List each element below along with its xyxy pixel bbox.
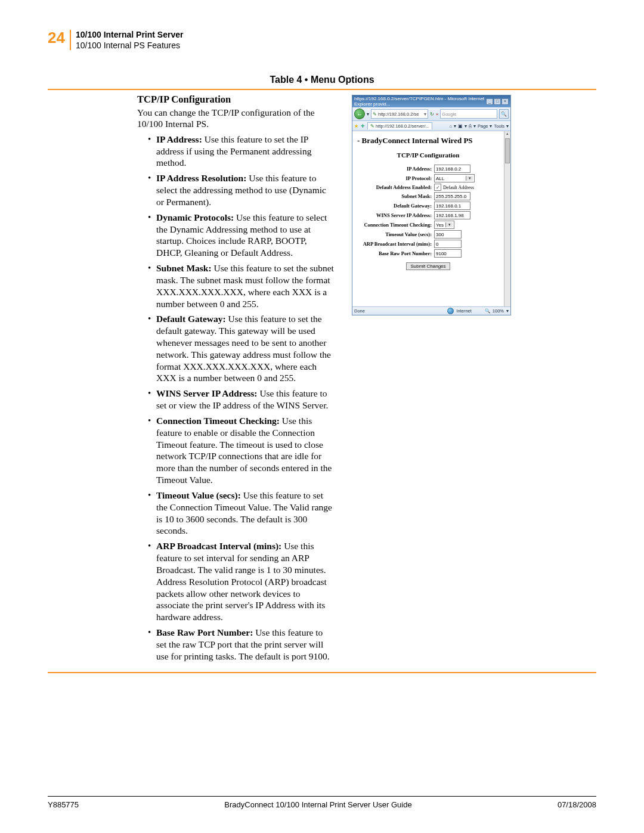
page-header: 24 10/100 Internal Print Server 10/100 I… <box>48 30 596 51</box>
form-row: ARP Broadcast Interval (mins): 0 <box>357 240 499 248</box>
form-row: IP Address: 192.168.0.2 <box>357 165 499 173</box>
form-row: Default Gateway: 192.168.0.1 <box>357 202 499 210</box>
footer-center: BradyConnect 10/100 Internal Print Serve… <box>224 800 411 809</box>
field-label: IP Protocol: <box>357 175 434 181</box>
globe-icon <box>447 308 454 314</box>
select-value: ALL <box>436 176 466 181</box>
form-row: Default Address Enabled: ✓ Default Addre… <box>357 184 499 191</box>
chevron-down-icon[interactable]: ▾ <box>454 123 456 129</box>
tab-tools: ⌂▾ ▣▾ ⎙▾ Page▾ Tools▾ <box>449 123 509 129</box>
form-row: IP Protocol: ALL ▾ <box>357 174 499 182</box>
item-label: Dynamic Protocols: <box>156 212 234 222</box>
scroll-thumb[interactable] <box>505 138 510 163</box>
search-box[interactable]: Google <box>440 109 497 119</box>
field-label: Base Raw Port Number: <box>357 250 434 256</box>
chevron-down-icon: ▾ <box>466 176 473 181</box>
ip-address-input[interactable]: 192.168.0.2 <box>434 165 470 173</box>
default-address-checkbox[interactable]: ✓ <box>434 184 441 191</box>
page-menu[interactable]: Page <box>478 123 488 129</box>
item-text: Use this feature to set the default gate… <box>156 314 331 383</box>
subnet-mask-input[interactable]: 255.255.255.0 <box>434 192 470 200</box>
item-label: IP Address: <box>156 134 202 144</box>
header-divider <box>70 30 71 50</box>
favorites-icon[interactable]: ★ <box>354 123 358 129</box>
stop-icon[interactable]: × <box>436 112 439 117</box>
browser-tab[interactable]: ✎ http://192.168.0.2/server/... <box>367 122 432 129</box>
browser-nav-toolbar: ← ▾ ✎ http://192.168.0.2/se ▾ ↻ × Google… <box>352 107 510 121</box>
list-item: ARP Broadcast Interval (mins): Use this … <box>148 540 334 623</box>
header-text: 10/100 Internal Print Server 10/100 Inte… <box>76 30 184 51</box>
page-footer: Y885775 BradyConnect 10/100 Internal Pri… <box>48 796 596 809</box>
header-subtitle: 10/100 Internal PS Features <box>76 41 184 51</box>
left-column: TCP/IP Configuration You can change the … <box>48 92 334 666</box>
search-placeholder: Google <box>442 112 456 117</box>
default-gateway-input[interactable]: 192.168.0.1 <box>434 202 470 210</box>
print-icon[interactable]: ⎙ <box>469 123 472 129</box>
form-row: Base Raw Port Number: 9100 <box>357 249 499 258</box>
submit-changes-button[interactable]: Submit Changes <box>406 262 450 270</box>
page-icon: ✎ <box>373 112 377 117</box>
content-subheading: TCP/IP Configuration <box>357 151 499 159</box>
form-row: Subnet Mask: 255.255.255.0 <box>357 192 499 200</box>
item-text: Use this feature to set interval for sen… <box>156 541 327 622</box>
section-intro: You can change the TCP/IP configuration … <box>137 107 334 130</box>
footer-right: 07/18/2008 <box>558 800 596 809</box>
browser-title: https://192.168.0.2/server/TCPIPGEN.htm … <box>354 96 486 107</box>
list-item: Subnet Mask: Use this feature to set the… <box>148 262 334 309</box>
browser-titlebar: https://192.168.0.2/server/TCPIPGEN.htm … <box>352 95 510 107</box>
minimize-icon[interactable]: _ <box>486 98 493 105</box>
scrollbar[interactable]: ▴ <box>504 131 510 306</box>
close-icon[interactable]: × <box>501 98 509 105</box>
feed-icon[interactable]: ▣ <box>458 123 463 129</box>
content-wrap: - BradyConnect Internal Wired PS TCP/IP … <box>352 131 510 306</box>
base-port-input[interactable]: 9100 <box>434 249 462 258</box>
search-go-button[interactable]: 🔍 <box>499 109 509 119</box>
field-label: Default Gateway: <box>357 203 434 209</box>
list-item: IP Address Resolution: Use this feature … <box>148 172 334 208</box>
conn-timeout-select[interactable]: Yes ▾ <box>434 221 454 229</box>
timeout-value-input[interactable]: 300 <box>434 230 462 239</box>
item-label: Connection Timeout Checking: <box>156 416 280 426</box>
home-icon[interactable]: ⌂ <box>449 123 452 129</box>
tab-label: http://192.168.0.2/server/... <box>376 123 429 129</box>
tab-icon: ✎ <box>370 123 374 129</box>
ip-protocol-select[interactable]: ALL ▾ <box>434 174 475 182</box>
browser-window: https://192.168.0.2/server/TCPIPGEN.htm … <box>352 95 511 315</box>
field-label: WINS Server IP Address: <box>357 212 434 218</box>
field-label: Timeout Value (secs): <box>357 231 434 237</box>
zoom-label: 🔍 <box>485 308 490 314</box>
back-button[interactable]: ← <box>354 109 365 119</box>
nav-dropdown-icon[interactable]: ▾ <box>367 112 369 117</box>
item-text: Use this feature to enable or disable th… <box>156 416 332 485</box>
tools-menu[interactable]: Tools <box>494 123 504 129</box>
footer-left: Y885775 <box>48 800 79 809</box>
field-label: ARP Broadcast Interval (mins): <box>357 241 434 247</box>
address-bar[interactable]: ✎ http://192.168.0.2/se ▾ <box>371 109 428 119</box>
item-label: WINS Server IP Address: <box>156 388 258 398</box>
field-label: IP Address: <box>357 166 434 172</box>
browser-tab-toolbar: ★ ✚ ✎ http://192.168.0.2/server/... ⌂▾ ▣… <box>352 121 510 131</box>
maximize-icon[interactable]: □ <box>494 98 501 105</box>
bullet-list: IP Address: Use this feature to set the … <box>137 134 334 662</box>
list-item: IP Address: Use this feature to set the … <box>148 134 334 169</box>
list-item: Dynamic Protocols: Use this feature to s… <box>148 212 334 259</box>
refresh-icon[interactable]: ↻ <box>430 112 434 117</box>
content-box: TCP/IP Configuration You can change the … <box>48 89 596 673</box>
chevron-down-icon[interactable]: ▾ <box>506 308 509 314</box>
page-number: 24 <box>48 30 65 45</box>
add-favorite-icon[interactable]: ✚ <box>361 123 365 129</box>
table-caption: Table 4 • Menu Options <box>48 75 596 85</box>
scroll-up-icon[interactable]: ▴ <box>504 131 510 137</box>
list-item: Default Gateway: Use this feature to set… <box>148 313 334 384</box>
wins-input[interactable]: 192.168.1.98 <box>434 211 470 219</box>
browser-status-bar: Done Internet 🔍 100% ▾ <box>352 306 510 315</box>
item-label: Base Raw Port Number: <box>156 627 253 637</box>
header-title: 10/100 Internal Print Server <box>76 30 184 41</box>
chevron-down-icon[interactable]: ▾ <box>424 112 426 117</box>
item-label: Subnet Mask: <box>156 263 212 273</box>
chevron-down-icon: ▾ <box>445 222 453 227</box>
list-item: Connection Timeout Checking: Use this fe… <box>148 415 334 486</box>
arp-interval-input[interactable]: 0 <box>434 240 462 248</box>
list-item: Base Raw Port Number: Use this feature t… <box>148 627 334 662</box>
status-done: Done <box>354 308 365 314</box>
